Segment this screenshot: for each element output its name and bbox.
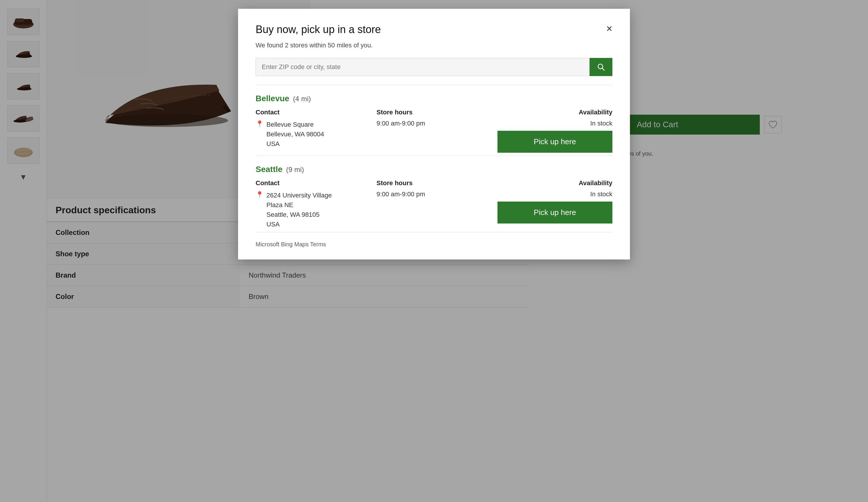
- store-divider-mid: [256, 156, 612, 156]
- store-seattle-addr-text: 2624 University Village Plaza NE Seattle…: [266, 191, 332, 229]
- svg-point-10: [598, 64, 603, 69]
- store-seattle: Seattle (9 mi) Contact 📍 2624 University…: [256, 165, 612, 229]
- store-bellevue: Bellevue (4 mi) Contact 📍 Bellevue Squar…: [256, 94, 612, 153]
- maps-terms: Microsoft Bing Maps Terms: [256, 241, 612, 248]
- store-bellevue-avail-col: Availability In stock Pick up here: [497, 109, 612, 153]
- store-bellevue-hours-header: Store hours: [376, 109, 491, 116]
- store-seattle-address: 📍 2624 University Village Plaza NE Seatt…: [256, 191, 371, 229]
- store-seattle-avail-status: In stock: [590, 191, 612, 198]
- store-bellevue-avail-status: In stock: [590, 120, 612, 127]
- store-bellevue-avail-header: Availability: [579, 109, 612, 116]
- store-bellevue-distance: (4 mi): [293, 95, 311, 103]
- location-icon-seattle: 📍: [256, 191, 264, 199]
- store-seattle-cols: Contact 📍 2624 University Village Plaza …: [256, 179, 612, 229]
- store-bellevue-hours-col: Store hours 9:00 am-9:00 pm: [376, 109, 491, 127]
- search-button[interactable]: [590, 58, 612, 76]
- store-bellevue-cols: Contact 📍 Bellevue Square Bellevue, WA 9…: [256, 109, 612, 153]
- store-seattle-hours-header: Store hours: [376, 179, 491, 187]
- zip-input[interactable]: [256, 58, 590, 76]
- store-pickup-modal: Buy now, pick up in a store × We found 2…: [238, 9, 630, 259]
- store-bellevue-name-row: Bellevue (4 mi): [256, 94, 612, 103]
- store-bellevue-address: 📍 Bellevue Square Bellevue, WA 98004 USA: [256, 120, 371, 148]
- modal-subtitle: We found 2 stores within 50 miles of you…: [256, 42, 612, 49]
- store-seattle-pickup-button[interactable]: Pick up here: [497, 202, 612, 224]
- zip-search-row: [256, 58, 612, 76]
- store-seattle-hours-col: Store hours 9:00 am-9:00 pm: [376, 179, 491, 198]
- store-seattle-avail-header: Availability: [579, 179, 612, 187]
- store-seattle-hours: 9:00 am-9:00 pm: [376, 191, 491, 198]
- store-bellevue-name: Bellevue: [256, 94, 289, 103]
- modal-header: Buy now, pick up in a store ×: [256, 23, 612, 36]
- store-seattle-contact-header: Contact: [256, 179, 371, 187]
- store-seattle-distance: (9 mi): [286, 166, 304, 173]
- modal-title: Buy now, pick up in a store: [256, 23, 381, 36]
- store-seattle-avail-col: Availability In stock Pick up here: [497, 179, 612, 224]
- store-bellevue-contact-col: Contact 📍 Bellevue Square Bellevue, WA 9…: [256, 109, 371, 148]
- location-icon-bellevue: 📍: [256, 120, 264, 128]
- store-seattle-contact-col: Contact 📍 2624 University Village Plaza …: [256, 179, 371, 229]
- store-divider-bottom: [256, 232, 612, 232]
- store-bellevue-contact-header: Contact: [256, 109, 371, 116]
- svg-line-11: [602, 68, 604, 71]
- store-bellevue-addr-text: Bellevue Square Bellevue, WA 98004 USA: [266, 120, 324, 148]
- store-bellevue-hours: 9:00 am-9:00 pm: [376, 120, 491, 127]
- store-divider-top: [256, 85, 612, 85]
- modal-close-button[interactable]: ×: [606, 23, 612, 34]
- store-seattle-name-row: Seattle (9 mi): [256, 165, 612, 174]
- store-seattle-name: Seattle: [256, 165, 282, 174]
- store-bellevue-pickup-button[interactable]: Pick up here: [497, 131, 612, 153]
